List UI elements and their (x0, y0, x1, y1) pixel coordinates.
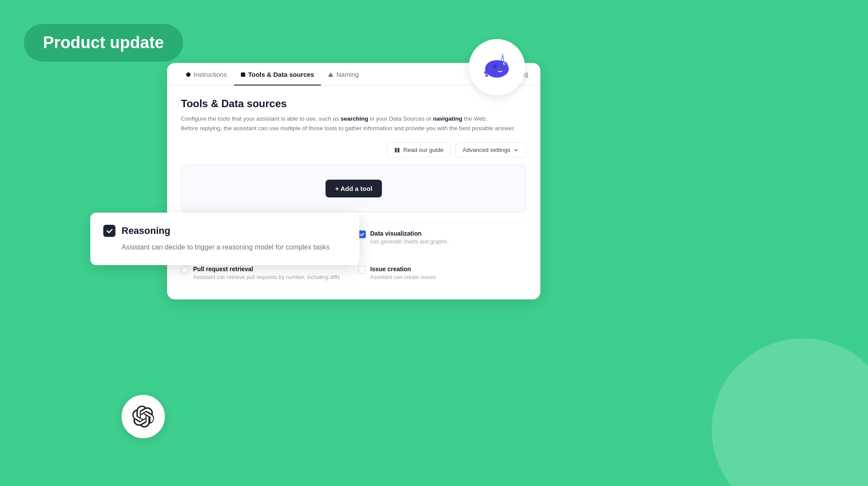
openai-icon-circle (122, 395, 165, 438)
background-decoration (712, 338, 868, 486)
tab-tools-label: Tools & Data sources (248, 71, 314, 78)
issue-creation-label: Issue creation (370, 266, 436, 273)
tab-instructions[interactable]: Instructions (179, 63, 234, 85)
data-viz-option: Data visualization can generate charts a… (358, 230, 526, 246)
page-description: Configure the tools that your assistant … (181, 114, 526, 133)
pull-request-info: Pull request retrieval Assistant can ret… (193, 266, 340, 282)
product-update-label: Product update (43, 33, 164, 52)
issue-creation-option: Issue creation Assistant can create issu… (358, 266, 526, 282)
reasoning-checkbox[interactable] (103, 225, 115, 237)
issue-creation-checkbox[interactable] (358, 266, 366, 274)
openai-icon (132, 405, 155, 428)
tab-naming-icon (328, 72, 333, 77)
issue-creation-desc: Assistant can create issues (370, 274, 436, 282)
tab-naming[interactable]: Naming (321, 63, 366, 85)
tab-instructions-icon (186, 72, 191, 77)
reasoning-description: Assistant can decide to trigger a reason… (122, 242, 346, 253)
tool-row-2: Pull request retrieval Assistant can ret… (181, 266, 526, 282)
book-icon (394, 147, 400, 153)
advanced-settings-button[interactable]: Advanced settings (455, 142, 526, 158)
svg-rect-5 (398, 148, 399, 152)
card-content: Tools & Data sources Configure the tools… (167, 85, 540, 299)
actions-row: Read our guide Advanced settings (181, 142, 526, 158)
reasoning-header: Reasoning (103, 225, 346, 237)
data-viz-info: Data visualization can generate charts a… (370, 230, 448, 246)
reasoning-title: Reasoning (122, 225, 170, 236)
add-tool-button[interactable]: + Add a tool (326, 180, 382, 197)
reasoning-check-icon (106, 227, 113, 234)
reasoning-card: Reasoning Assistant can decide to trigge… (90, 213, 359, 265)
svg-rect-4 (395, 148, 397, 152)
add-tool-label: + Add a tool (335, 185, 372, 192)
chevron-down-icon (513, 147, 519, 153)
tab-tools-icon (241, 72, 245, 77)
product-update-badge: Product update (24, 24, 183, 62)
whale-icon (481, 52, 513, 83)
read-guide-label: Read our guide (403, 147, 443, 153)
svg-point-1 (497, 61, 507, 69)
tab-tools[interactable]: Tools & Data sources (234, 63, 321, 85)
tool-area: + Add a tool (181, 164, 526, 212)
pull-request-label: Pull request retrieval (193, 266, 340, 273)
check-icon (359, 232, 365, 237)
data-viz-label: Data visualization (370, 230, 448, 237)
read-guide-button[interactable]: Read our guide (387, 142, 450, 158)
advanced-settings-label: Advanced settings (463, 147, 510, 153)
data-viz-desc: can generate charts and graphs. (370, 238, 448, 246)
whale-icon-circle (469, 39, 525, 95)
tab-instructions-label: Instructions (194, 71, 227, 78)
pull-request-checkbox[interactable] (181, 266, 189, 274)
tab-naming-label: Naming (336, 71, 359, 78)
svg-point-3 (504, 63, 506, 64)
issue-creation-info: Issue creation Assistant can create issu… (370, 266, 436, 282)
pull-request-option: Pull request retrieval Assistant can ret… (181, 266, 349, 282)
pull-request-desc: Assistant can retrieve pull requests by … (193, 274, 340, 282)
page-title: Tools & Data sources (181, 98, 526, 110)
